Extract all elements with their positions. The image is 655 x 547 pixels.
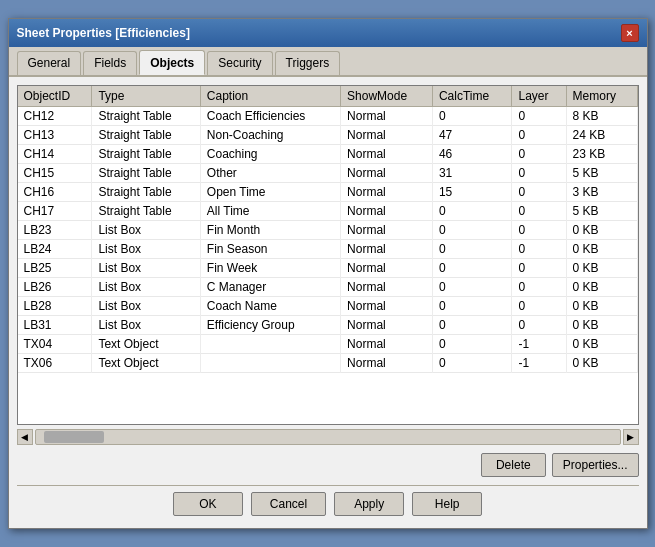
tab-objects[interactable]: Objects [139,50,205,75]
cell-calctime: 0 [432,354,512,373]
properties-button[interactable]: Properties... [552,453,639,477]
tab-fields[interactable]: Fields [83,51,137,75]
cell-type: Straight Table [92,145,200,164]
cell-layer: 0 [512,297,566,316]
cell-caption: Fin Week [200,259,340,278]
horizontal-scrollbar[interactable] [35,429,621,445]
table-row[interactable]: CH12Straight TableCoach EfficienciesNorm… [18,107,638,126]
cell-memory: 24 KB [566,126,637,145]
horizontal-scrollbar-area: ◀ ▶ [17,425,639,449]
cell-showmode: Normal [341,202,433,221]
cell-layer: 0 [512,202,566,221]
cell-calctime: 0 [432,335,512,354]
table-body: CH12Straight TableCoach EfficienciesNorm… [18,107,638,373]
apply-button[interactable]: Apply [334,492,404,516]
cell-type: Straight Table [92,126,200,145]
table-row[interactable]: LB26List BoxC ManagerNormal000 KB [18,278,638,297]
cell-type: Straight Table [92,164,200,183]
cell-memory: 0 KB [566,297,637,316]
cell-showmode: Normal [341,259,433,278]
scroll-left-button[interactable]: ◀ [17,429,33,445]
tab-bar: GeneralFieldsObjectsSecurityTriggers [9,47,647,77]
table-row[interactable]: LB28List BoxCoach NameNormal000 KB [18,297,638,316]
cell-memory: 8 KB [566,107,637,126]
cell-showmode: Normal [341,126,433,145]
cancel-button[interactable]: Cancel [251,492,326,516]
cell-memory: 0 KB [566,316,637,335]
cell-caption: Coaching [200,145,340,164]
table-header: ObjectIDTypeCaptionShowModeCalcTimeLayer… [18,86,638,107]
tab-general[interactable]: General [17,51,82,75]
cell-calctime: 0 [432,107,512,126]
cell-memory: 23 KB [566,145,637,164]
cell-showmode: Normal [341,278,433,297]
cell-memory: 0 KB [566,335,637,354]
delete-button[interactable]: Delete [481,453,546,477]
table-row[interactable]: CH14Straight TableCoachingNormal46023 KB [18,145,638,164]
footer-buttons-row: OK Cancel Apply Help [17,485,639,520]
cell-memory: 0 KB [566,240,637,259]
cell-calctime: 0 [432,221,512,240]
cell-objectid: LB23 [18,221,92,240]
cell-layer: 0 [512,145,566,164]
objects-table-container[interactable]: ObjectIDTypeCaptionShowModeCalcTimeLayer… [17,85,639,425]
cell-type: List Box [92,278,200,297]
column-header-calctime: CalcTime [432,86,512,107]
cell-calctime: 0 [432,278,512,297]
tab-security[interactable]: Security [207,51,272,75]
table-row[interactable]: CH17Straight TableAll TimeNormal005 KB [18,202,638,221]
cell-type: Text Object [92,354,200,373]
cell-calctime: 0 [432,259,512,278]
cell-layer: 0 [512,316,566,335]
cell-type: List Box [92,297,200,316]
cell-memory: 0 KB [566,354,637,373]
cell-caption: All Time [200,202,340,221]
cell-showmode: Normal [341,107,433,126]
cell-layer: 0 [512,278,566,297]
cell-objectid: TX04 [18,335,92,354]
cell-calctime: 0 [432,240,512,259]
cell-showmode: Normal [341,316,433,335]
cell-showmode: Normal [341,183,433,202]
tab-triggers[interactable]: Triggers [275,51,341,75]
column-header-showmode: ShowMode [341,86,433,107]
table-row[interactable]: LB23List BoxFin MonthNormal000 KB [18,221,638,240]
table-row[interactable]: LB25List BoxFin WeekNormal000 KB [18,259,638,278]
cell-showmode: Normal [341,335,433,354]
table-row[interactable]: LB31List BoxEfficiency GroupNormal000 KB [18,316,638,335]
cell-type: Straight Table [92,183,200,202]
cell-layer: 0 [512,126,566,145]
cell-caption: Coach Name [200,297,340,316]
table-row[interactable]: TX04Text ObjectNormal0-10 KB [18,335,638,354]
cell-layer: -1 [512,335,566,354]
help-button[interactable]: Help [412,492,482,516]
table-row[interactable]: CH13Straight TableNon-CoachingNormal4702… [18,126,638,145]
cell-caption: Coach Efficiencies [200,107,340,126]
close-button[interactable]: × [621,24,639,42]
cell-caption: Non-Coaching [200,126,340,145]
cell-memory: 0 KB [566,278,637,297]
cell-caption: Fin Season [200,240,340,259]
table-row[interactable]: CH15Straight TableOtherNormal3105 KB [18,164,638,183]
cell-objectid: LB25 [18,259,92,278]
cell-calctime: 0 [432,316,512,335]
cell-caption: Other [200,164,340,183]
action-buttons-row: Delete Properties... [17,449,639,481]
cell-objectid: LB31 [18,316,92,335]
cell-showmode: Normal [341,164,433,183]
cell-type: Straight Table [92,107,200,126]
scroll-right-button[interactable]: ▶ [623,429,639,445]
dialog: Sheet Properties [Efficiencies] × Genera… [8,18,648,529]
cell-showmode: Normal [341,145,433,164]
cell-calctime: 46 [432,145,512,164]
table-row[interactable]: LB24List BoxFin SeasonNormal000 KB [18,240,638,259]
ok-button[interactable]: OK [173,492,243,516]
cell-caption: Fin Month [200,221,340,240]
cell-objectid: CH14 [18,145,92,164]
table-row[interactable]: TX06Text ObjectNormal0-10 KB [18,354,638,373]
cell-type: List Box [92,316,200,335]
cell-showmode: Normal [341,240,433,259]
table-row[interactable]: CH16Straight TableOpen TimeNormal1503 KB [18,183,638,202]
cell-calctime: 0 [432,297,512,316]
cell-memory: 5 KB [566,164,637,183]
